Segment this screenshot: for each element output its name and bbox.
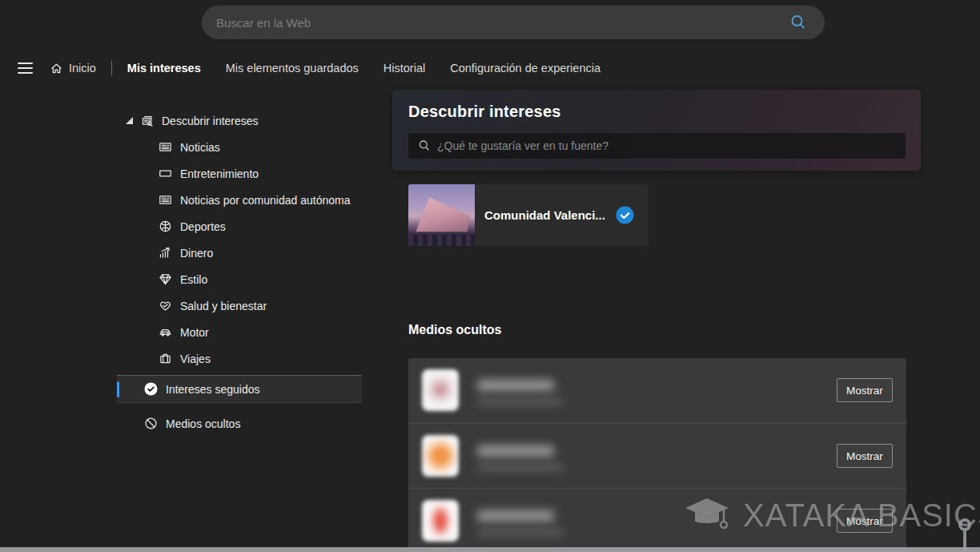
newspaper-icon	[159, 140, 172, 154]
interest-search-bar[interactable]	[408, 133, 906, 159]
interest-thumbnail	[408, 184, 475, 246]
hidden-media-row: Mostrar	[408, 423, 906, 488]
hamburger-menu-icon[interactable]	[18, 62, 33, 74]
hidden-media-panel: Mostrar Mostrar Mostrar	[408, 358, 906, 552]
chart-up-icon	[159, 246, 172, 260]
sidebar-item-descubrir-intereses[interactable]: Descubrir intereses	[117, 107, 362, 134]
sidebar-item-entretenimiento[interactable]: Entretenimiento	[117, 160, 362, 187]
discover-interests-panel: Descubrir intereses	[392, 90, 921, 171]
followed-check-badge-icon[interactable]	[616, 206, 634, 224]
nav-item-elementos-guardados[interactable]: Mis elementos guardados	[226, 62, 359, 75]
sidebar-item-noticias-comunidad[interactable]: Noticias por comunidad autónoma	[117, 187, 362, 213]
sidebar-item-label: Intereses seguidos	[166, 383, 260, 396]
search-icon	[418, 139, 431, 152]
hidden-media-subtitle-blurred	[477, 398, 564, 405]
ticket-icon	[159, 167, 172, 180]
sidebar-item-deportes[interactable]: Deportes	[117, 213, 362, 240]
hidden-media-subtitle-blurred	[477, 529, 564, 536]
interests-sidebar: Descubrir intereses Noticias Entretenimi…	[117, 107, 362, 437]
tree-expanded-icon[interactable]	[126, 117, 133, 124]
sidebar-item-medios-ocultos[interactable]: Medios ocultos	[117, 410, 362, 437]
hidden-media-logo-blurred	[422, 369, 459, 411]
hidden-media-logo-blurred	[422, 435, 459, 477]
selected-accent-bar	[117, 381, 119, 397]
sidebar-item-label: Noticias	[180, 141, 220, 154]
hidden-media-subtitle-blurred	[477, 464, 564, 471]
sidebar-item-salud[interactable]: Salud y bienestar	[117, 292, 362, 319]
sidebar-item-viajes[interactable]: Viajes	[117, 345, 362, 372]
nav-item-inicio-label: Inicio	[69, 62, 96, 75]
nav-item-historial[interactable]: Historial	[384, 62, 425, 75]
show-button[interactable]: Mostrar	[837, 444, 893, 468]
main-navbar: Inicio Mis intereses Mis elementos guard…	[0, 54, 980, 82]
sidebar-item-dinero[interactable]: Dinero	[117, 240, 362, 266]
bottom-edge-bar	[0, 547, 980, 552]
sidebar-item-label: Medios ocultos	[166, 417, 240, 430]
app-window: Inicio Mis intereses Mis elementos guard…	[0, 0, 980, 552]
nav-item-inicio[interactable]: Inicio	[50, 62, 96, 75]
sidebar-item-label: Motor	[180, 326, 209, 339]
sidebar-item-label: Entretenimiento	[180, 167, 259, 180]
hidden-media-row: Mostrar	[408, 358, 906, 423]
hidden-media-row: Mostrar	[408, 488, 906, 552]
sidebar-item-label: Deportes	[180, 220, 226, 233]
hidden-media-title-blurred	[477, 380, 554, 391]
sidebar-item-noticias[interactable]: Noticias	[117, 134, 362, 160]
sidebar-item-estilo[interactable]: Estilo	[117, 266, 362, 292]
followed-interest-card[interactable]: Comunidad Valenci...	[408, 184, 649, 246]
gem-icon	[159, 272, 172, 286]
show-button[interactable]: Mostrar	[837, 509, 893, 533]
search-icon[interactable]	[789, 14, 807, 31]
web-search-input[interactable]	[202, 16, 789, 30]
sidebar-item-label: Dinero	[180, 247, 213, 260]
nav-item-configuracion[interactable]: Configuración de experiencia	[450, 62, 600, 75]
sidebar-item-intereses-seguidos[interactable]: Intereses seguidos	[117, 376, 362, 403]
sidebar-item-label: Viajes	[180, 353, 211, 365]
sidebar-item-label: Estilo	[180, 273, 207, 286]
suitcase-icon	[159, 352, 172, 365]
discover-icon	[140, 114, 154, 127]
hidden-media-title-blurred	[477, 510, 554, 522]
sidebar-item-label: Salud y bienestar	[180, 300, 267, 312]
hidden-media-heading: Medios ocultos	[408, 323, 501, 337]
interest-card-title: Comunidad Valenci...	[484, 208, 616, 222]
blocked-icon	[144, 417, 158, 430]
sidebar-item-motor[interactable]: Motor	[117, 319, 362, 345]
interest-search-input[interactable]	[437, 139, 906, 152]
web-search-bar[interactable]	[202, 6, 825, 39]
nav-item-mis-intereses[interactable]: Mis intereses	[127, 62, 201, 75]
nav-separator	[111, 61, 112, 75]
discover-panel-title: Descubrir intereses	[408, 103, 561, 121]
home-icon	[50, 62, 63, 75]
ball-icon	[159, 220, 172, 233]
newspaper-icon	[159, 193, 172, 207]
heart-icon	[159, 299, 172, 312]
sidebar-item-label: Noticias por comunidad autónoma	[180, 194, 350, 207]
hidden-media-title-blurred	[477, 445, 554, 457]
check-circle-icon	[144, 382, 158, 396]
hidden-media-logo-blurred	[422, 500, 459, 542]
show-button[interactable]: Mostrar	[837, 378, 893, 402]
car-icon	[159, 325, 172, 339]
hidden-media-title: Medios ocultos	[408, 323, 501, 336]
sidebar-item-label: Descubrir intereses	[162, 115, 259, 127]
